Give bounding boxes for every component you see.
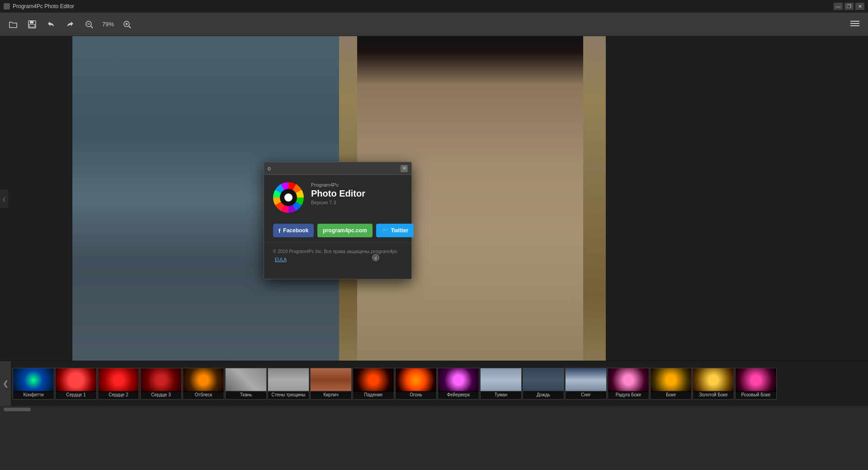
svg-line-9	[129, 26, 131, 28]
icon-pupil	[284, 193, 292, 202]
zoom-in-button[interactable]	[119, 17, 135, 32]
film-thumb	[268, 368, 309, 392]
film-label: Снег	[566, 391, 606, 399]
undo-button[interactable]	[43, 17, 59, 32]
twitter-label: Twitter	[391, 227, 408, 234]
dialog-title: о	[268, 165, 271, 172]
dialog-close-button[interactable]: ✕	[401, 165, 408, 172]
save-button[interactable]	[24, 17, 40, 32]
copyright-area: © 2019 Program4Pc Inc. Все права защищен…	[273, 247, 371, 263]
svg-line-5	[91, 26, 93, 28]
zoom-level: 79%	[102, 21, 114, 28]
titlebar-left: Program4Pc Photo Editor	[4, 3, 74, 9]
film-label: Розовый Боке	[736, 391, 776, 399]
redo-button[interactable]	[62, 17, 78, 32]
bottom-scrollbar	[0, 406, 868, 413]
film-label: Радуга Боке	[608, 391, 649, 399]
close-button[interactable]: ✕	[855, 3, 864, 10]
film-thumb	[523, 368, 564, 392]
app-info: Program4Pc Photo Editor Версия 7.3	[311, 182, 402, 205]
filmstrip-item[interactable]: Сердце 3	[140, 368, 182, 400]
color-ring	[273, 182, 304, 213]
film-label: Фейерверк	[438, 391, 479, 399]
film-label: Огонь	[396, 391, 436, 399]
film-thumb	[141, 368, 181, 392]
menu-button[interactable]	[847, 17, 863, 32]
titlebar: Program4Pc Photo Editor — ❐ ✕	[0, 0, 868, 13]
logo-circle: 4	[372, 254, 379, 261]
film-label: Сердце 2	[98, 391, 139, 399]
app-product-name: Photo Editor	[311, 188, 402, 199]
about-dialog: о ✕ Program4Pc Photo Editor Версия 7.3	[264, 162, 412, 279]
film-thumb	[13, 368, 54, 392]
filmstrip-item[interactable]: Радуга Боке	[608, 368, 649, 400]
brand-logo-text: program4pc 4	[371, 249, 402, 261]
app-brand-name: Program4Pc	[311, 182, 402, 188]
filmstrip-item[interactable]: Снег	[565, 368, 607, 400]
copyright-text: © 2019 Program4Pc Inc. Все права защищен…	[273, 249, 371, 254]
app-logo-icon	[273, 182, 304, 213]
filmstrip-item[interactable]: Ткань	[225, 368, 267, 400]
film-thumb	[396, 368, 436, 392]
film-label: Ткань	[226, 391, 266, 399]
open-button[interactable]	[5, 17, 21, 32]
film-thumb	[98, 368, 139, 392]
film-thumb	[651, 368, 691, 392]
filmstrip-item[interactable]: Кирпич	[310, 368, 352, 400]
eula-link[interactable]: EULA	[275, 257, 287, 262]
toolbar: 79%	[0, 13, 868, 36]
filmstrip-item[interactable]: Сердце 2	[98, 368, 139, 400]
film-label: Падение	[353, 391, 394, 399]
filmstrip-item[interactable]: Падение	[353, 368, 394, 400]
website-label: program4pc.com	[323, 227, 367, 234]
film-thumb	[566, 368, 606, 392]
restore-button[interactable]: ❐	[844, 3, 854, 10]
svg-rect-2	[29, 24, 35, 27]
minimize-button[interactable]: —	[834, 3, 843, 10]
filmstrip-items: КонфеттиСердце 1Сердце 2Сердце 3ОтблескТ…	[11, 364, 868, 403]
film-label: Конфетти	[13, 391, 54, 399]
filmstrip-item[interactable]: Конфетти	[13, 368, 54, 400]
filmstrip-item[interactable]: Золотой Боке	[693, 368, 734, 400]
twitter-button[interactable]: 🐦 Twitter	[376, 224, 414, 237]
filmstrip-item[interactable]: Фейерверк	[438, 368, 479, 400]
version-label: Версия 7.3	[311, 200, 402, 205]
film-label: Отблеск	[183, 391, 224, 399]
icon-inner	[280, 189, 297, 206]
film-thumb	[736, 368, 776, 392]
film-thumb	[226, 368, 266, 392]
website-button[interactable]: program4pc.com	[317, 224, 372, 237]
filmstrip-item[interactable]: Розовый Боке	[735, 368, 777, 400]
film-thumb	[311, 368, 351, 392]
filmstrip-item[interactable]: Огонь	[395, 368, 437, 400]
filmstrip-item[interactable]: Сердце 1	[55, 368, 97, 400]
main-canvas-area: ❮ о ✕ Program4Pc Photo Editor	[0, 36, 868, 361]
film-thumb	[608, 368, 649, 392]
dialog-body: Program4Pc Photo Editor Версия 7.3	[264, 175, 411, 220]
film-label: Стены трещины	[268, 391, 309, 399]
window-controls: — ❐ ✕	[834, 3, 864, 10]
window-title: Program4Pc Photo Editor	[13, 3, 74, 9]
facebook-button[interactable]: f Facebook	[273, 224, 314, 237]
film-label: Боке	[651, 391, 691, 399]
dialog-social-buttons: f Facebook program4pc.com 🐦 Twitter	[264, 220, 411, 243]
facebook-label: Facebook	[283, 227, 308, 234]
svg-rect-1	[30, 21, 33, 24]
facebook-icon: f	[278, 227, 280, 234]
film-label: Дождь	[523, 391, 564, 399]
version-text: Версия	[311, 200, 328, 205]
film-thumb	[56, 368, 96, 392]
filmstrip-prev-button[interactable]: ❮	[0, 361, 11, 406]
zoom-out-button[interactable]	[81, 17, 97, 32]
film-thumb	[693, 368, 734, 392]
filmstrip-item[interactable]: Боке	[650, 368, 692, 400]
scroll-thumb[interactable]	[4, 408, 31, 411]
filmstrip-item[interactable]: Туман	[480, 368, 522, 400]
version-number: 7.3	[329, 200, 336, 205]
dialog-footer: © 2019 Program4Pc Inc. Все права защищен…	[264, 243, 411, 267]
dialog-overlay	[0, 36, 868, 361]
filmstrip-item[interactable]: Дождь	[523, 368, 564, 400]
film-label: Золотой Боке	[693, 391, 734, 399]
filmstrip-item[interactable]: Отблеск	[183, 368, 224, 400]
filmstrip-item[interactable]: Стены трещины	[268, 368, 309, 400]
